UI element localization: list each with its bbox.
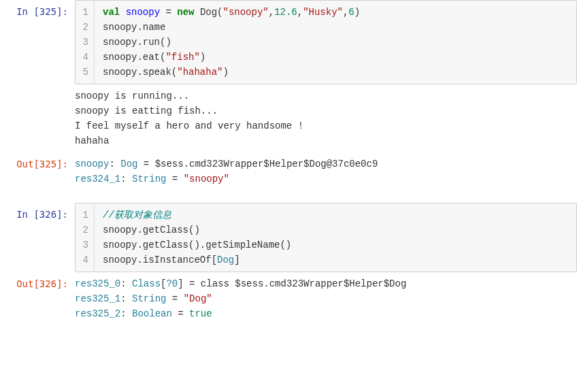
code-line[interactable]: //获取对象信息 <box>103 208 568 223</box>
cell-stdout: snoopy is running... snoopy is eatting f… <box>0 84 577 152</box>
cell-output: Out[326]:res325_0: Class[?0] = class $se… <box>0 272 577 325</box>
cell-input: In [325]:12345val snoopy = new Dog("snoo… <box>0 0 577 84</box>
result-text: res325_0: Class[?0] = class $sess.cmd323… <box>75 272 406 325</box>
input-prompt: In [325]: <box>0 0 75 23</box>
result-text: snoopy: Dog = $sess.cmd323Wrapper$Helper… <box>75 152 378 191</box>
line-number-gutter: 12345 <box>76 1 95 84</box>
line-number: 2 <box>81 223 88 238</box>
code-line[interactable]: val snoopy = new Dog("snoopy",12.6,"Husk… <box>103 5 568 20</box>
line-number: 3 <box>81 35 88 50</box>
cell-input: In [326]:1234//获取对象信息snoopy.getClass()sn… <box>0 203 577 272</box>
code-editor[interactable]: 1234//获取对象信息snoopy.getClass()snoopy.getC… <box>75 203 577 272</box>
line-number: 1 <box>81 208 88 223</box>
line-number: 2 <box>81 20 88 35</box>
stdout-text: snoopy is running... snoopy is eatting f… <box>75 84 303 152</box>
code-line[interactable]: snoopy.name <box>103 20 568 35</box>
line-number-gutter: 1234 <box>76 203 95 272</box>
code-line[interactable]: snoopy.getClass().getSimpleName() <box>103 238 568 252</box>
line-number: 4 <box>81 50 88 65</box>
output-prompt: Out[326]: <box>0 272 75 295</box>
code-lines[interactable]: val snoopy = new Dog("snoopy",12.6,"Husk… <box>95 1 576 84</box>
code-line[interactable]: snoopy.speak("hahaha") <box>103 65 568 80</box>
line-number: 3 <box>81 238 88 252</box>
input-prompt: In [326]: <box>0 203 75 226</box>
code-line[interactable]: snoopy.run() <box>103 35 568 50</box>
code-line[interactable]: snoopy.eat("fish") <box>103 50 568 65</box>
code-editor[interactable]: 12345val snoopy = new Dog("snoopy",12.6,… <box>75 0 577 84</box>
cell-output: Out[325]:snoopy: Dog = $sess.cmd323Wrapp… <box>0 152 577 191</box>
line-number: 1 <box>81 5 88 20</box>
line-number: 5 <box>81 65 88 80</box>
line-number: 4 <box>81 252 88 267</box>
output-prompt: Out[325]: <box>0 152 75 176</box>
code-lines[interactable]: //获取对象信息snoopy.getClass()snoopy.getClass… <box>95 203 576 272</box>
code-line[interactable]: snoopy.isInstanceOf[Dog] <box>103 252 568 267</box>
code-line[interactable]: snoopy.getClass() <box>103 223 568 238</box>
